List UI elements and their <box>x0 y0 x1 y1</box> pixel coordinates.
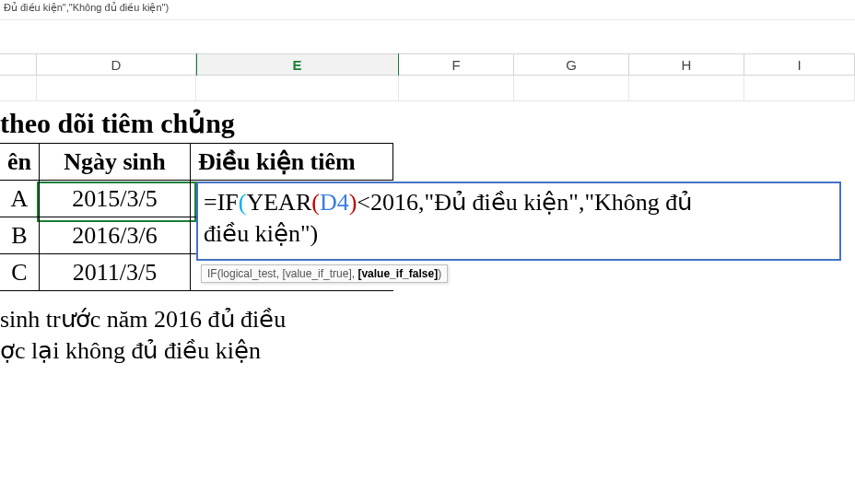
formula-text: =IF(YEAR(D4)<2016,"Đủ điều kiện","Không … <box>204 189 692 247</box>
col-header-E[interactable]: E <box>196 54 399 75</box>
note-text: sinh trước năm 2016 đủ điều ợc lại không… <box>0 304 286 367</box>
cell[interactable] <box>399 76 514 100</box>
function-tooltip[interactable]: IF(logical_test, [value_if_true], [value… <box>201 264 448 283</box>
tooltip-arg1[interactable]: logical_test <box>221 267 276 280</box>
col-header-D[interactable]: D <box>37 54 196 75</box>
col-header-I[interactable]: I <box>744 54 855 75</box>
cell-date[interactable]: 2016/3/6 <box>40 217 191 254</box>
cell-ten[interactable]: B <box>0 217 40 254</box>
formula-bar-text: Đủ điều kiện","Không đủ điều kiện") <box>4 2 169 13</box>
tooltip-arg2: , [value_if_true], <box>276 267 358 280</box>
header-ngay-sinh[interactable]: Ngày sinh <box>40 144 191 181</box>
cell[interactable] <box>744 76 855 100</box>
formula-bar[interactable]: Đủ điều kiện","Không đủ điều kiện") <box>0 0 855 20</box>
header-ten[interactable]: ên <box>0 144 40 181</box>
cell[interactable] <box>37 76 196 100</box>
cell[interactable] <box>196 76 399 100</box>
cell[interactable] <box>514 76 629 100</box>
cell-editor-E4[interactable]: =IF(YEAR(D4)<2016,"Đủ điều kiện","Không … <box>196 182 841 261</box>
cell[interactable] <box>629 76 744 100</box>
cell[interactable] <box>0 76 37 100</box>
cell-date[interactable]: 2015/3/5 <box>40 181 191 217</box>
column-headers: D E F G H I <box>0 53 855 76</box>
cell-date[interactable]: 2011/3/5 <box>40 254 191 291</box>
header-dieu-kien[interactable]: Điều kiện tiêm <box>191 144 393 181</box>
note-line2: ợc lại không đủ điều kiện <box>0 335 286 367</box>
col-header-pre[interactable] <box>0 54 37 75</box>
cell-ten[interactable]: C <box>0 254 40 291</box>
tooltip-close: ) <box>438 267 441 280</box>
cell-ten[interactable]: A <box>0 181 40 217</box>
tooltip-arg3[interactable]: [value_if_false] <box>357 267 438 280</box>
note-line1: sinh trước năm 2016 đủ điều <box>0 304 286 335</box>
col-header-G[interactable]: G <box>514 54 629 75</box>
tooltip-fn: IF( <box>207 267 221 280</box>
table-header-row: ên Ngày sinh Điều kiện tiêm <box>0 144 393 181</box>
col-header-H[interactable]: H <box>629 54 744 75</box>
table-title: theo dõi tiêm chủng <box>0 101 399 143</box>
col-header-F[interactable]: F <box>399 54 514 75</box>
